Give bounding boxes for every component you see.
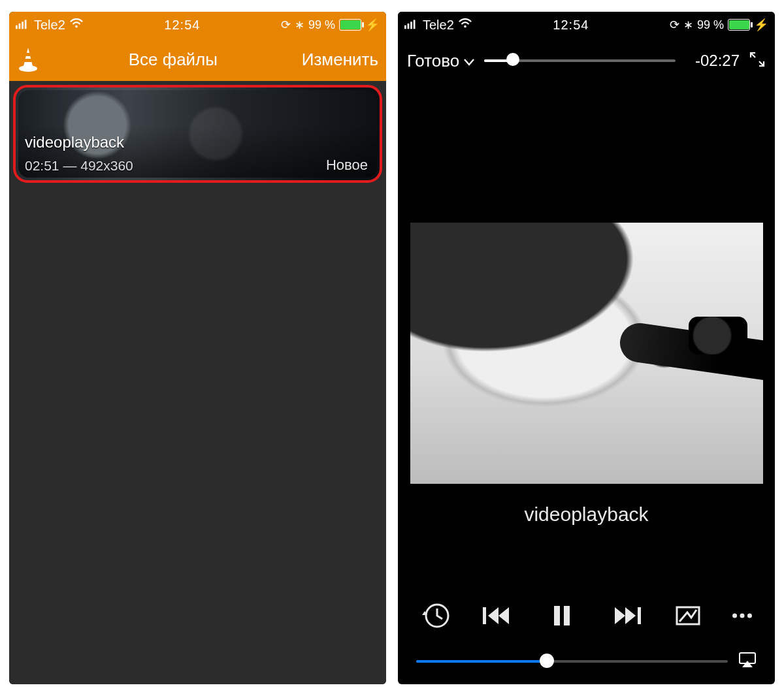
time-remaining: -02:27	[685, 52, 740, 70]
battery-percent: 99 %	[697, 18, 724, 32]
svg-point-24	[732, 613, 737, 618]
rotation-lock-icon: ⟳	[670, 18, 679, 32]
player-top-bar: Готово -02:27	[398, 38, 775, 84]
video-frame	[410, 223, 763, 484]
svg-rect-10	[408, 24, 410, 29]
cellular-icon	[16, 18, 30, 33]
svg-rect-0	[16, 25, 18, 29]
video-item-badge: Новое	[326, 157, 368, 174]
status-left: Tele2	[16, 18, 84, 33]
cellular-icon	[404, 18, 419, 33]
charging-icon: ⚡	[754, 18, 768, 32]
wifi-icon	[458, 18, 472, 33]
svg-point-4	[75, 25, 78, 27]
airplay-icon[interactable]	[738, 652, 757, 671]
svg-point-13	[464, 25, 466, 27]
aspect-ratio-icon[interactable]	[668, 599, 708, 632]
svg-rect-2	[22, 22, 24, 29]
svg-rect-12	[414, 20, 416, 29]
status-time: 12:54	[84, 18, 281, 33]
svg-rect-18	[554, 606, 560, 625]
video-content-art	[410, 223, 763, 484]
status-bar: Tele2 12:54 ⟳ ∗ 99 % ⚡	[398, 12, 775, 38]
library-title: Все файлы	[44, 50, 302, 70]
carrier-label: Tele2	[423, 18, 454, 33]
svg-rect-19	[564, 606, 570, 625]
svg-marker-21	[625, 607, 636, 624]
done-label: Готово	[407, 51, 459, 71]
edit-button[interactable]: Изменить	[302, 50, 378, 70]
seek-thumb[interactable]	[506, 53, 519, 66]
svg-rect-3	[25, 20, 27, 29]
volume-slider[interactable]	[416, 659, 728, 663]
svg-rect-9	[404, 25, 406, 29]
vlc-cone-icon[interactable]	[17, 46, 39, 72]
video-list-item[interactable]: videoplayback 02:51 — 492x360 Новое	[13, 85, 382, 183]
charging-icon: ⚡	[365, 18, 380, 32]
battery-icon	[728, 19, 750, 31]
svg-rect-1	[19, 24, 21, 29]
svg-marker-17	[498, 607, 509, 624]
pause-button[interactable]	[542, 599, 581, 632]
fullscreen-icon[interactable]	[749, 51, 766, 71]
video-stage[interactable]: videoplayback	[398, 84, 775, 586]
library-navbar: Все файлы Изменить	[9, 38, 386, 81]
svg-point-25	[740, 613, 744, 618]
status-left: Tele2	[404, 18, 472, 33]
bluetooth-icon: ∗	[683, 18, 693, 32]
now-playing-title: videoplayback	[524, 503, 648, 526]
svg-rect-15	[483, 607, 486, 624]
playback-controls	[398, 586, 775, 645]
status-time: 12:54	[472, 18, 670, 33]
phone-player: Tele2 12:54 ⟳ ∗ 99 % ⚡ Готово -02:27	[398, 12, 775, 684]
more-icon[interactable]	[728, 599, 757, 632]
status-right: ⟳ ∗ 99 % ⚡	[281, 18, 380, 32]
seek-slider[interactable]	[484, 58, 676, 63]
svg-rect-7	[24, 59, 32, 62]
status-right: ⟳ ∗ 99 % ⚡	[670, 18, 768, 32]
video-item-meta: 02:51 — 492x360	[25, 158, 133, 174]
battery-icon	[339, 19, 361, 31]
phone-library: Tele2 12:54 ⟳ ∗ 99 % ⚡ Все файлы Изменит…	[9, 12, 386, 684]
done-button[interactable]: Готово	[407, 51, 475, 71]
library-list[interactable]: videoplayback 02:51 — 492x360 Новое	[9, 81, 386, 684]
previous-button[interactable]	[476, 599, 515, 632]
volume-row	[398, 645, 775, 684]
svg-rect-22	[638, 607, 641, 624]
volume-progress	[416, 660, 547, 663]
svg-rect-11	[410, 22, 412, 29]
status-bar: Tele2 12:54 ⟳ ∗ 99 % ⚡	[9, 12, 386, 38]
svg-marker-16	[488, 607, 498, 624]
next-button[interactable]	[609, 599, 648, 632]
chevron-down-icon	[463, 51, 475, 71]
svg-point-8	[19, 65, 37, 72]
rotation-lock-icon: ⟳	[281, 18, 291, 32]
bluetooth-icon: ∗	[295, 18, 304, 32]
wifi-icon	[69, 18, 84, 33]
svg-rect-6	[25, 53, 31, 56]
carrier-label: Tele2	[34, 18, 65, 33]
svg-marker-5	[24, 48, 33, 66]
battery-percent: 99 %	[308, 18, 335, 32]
volume-thumb[interactable]	[540, 654, 554, 668]
svg-point-26	[747, 613, 752, 618]
svg-marker-20	[615, 607, 625, 624]
history-icon[interactable]	[416, 599, 455, 632]
video-item-title: videoplayback	[25, 133, 124, 151]
transport-controls	[476, 599, 648, 632]
